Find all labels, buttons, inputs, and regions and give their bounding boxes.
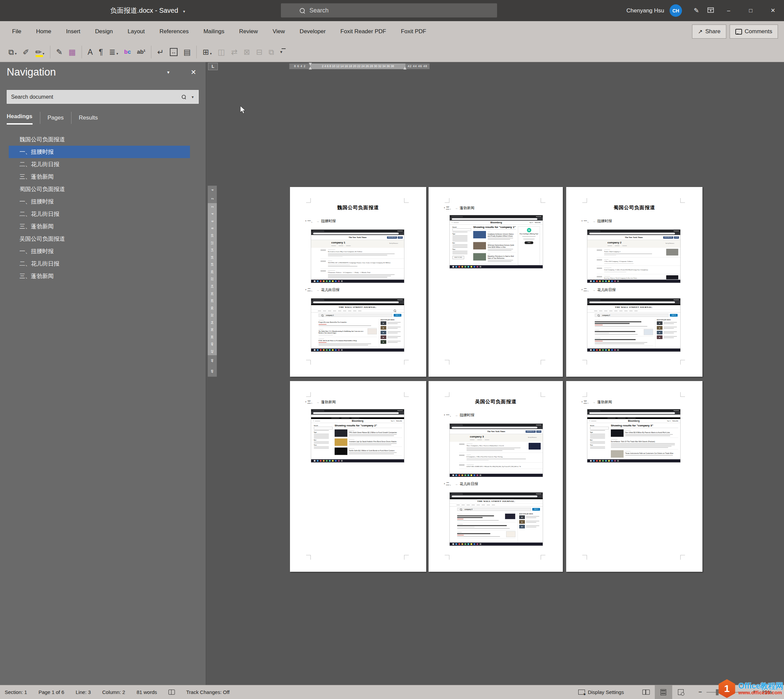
document-page[interactable]: 魏国公司负面报道 ▪一、→扭腰时报 The New York Times SUB…: [290, 187, 426, 377]
ribbon-tab[interactable]: Foxit Reader PDF: [333, 21, 393, 42]
share-button[interactable]: ↗ Share: [692, 25, 726, 39]
ribbon-tab[interactable]: Review: [232, 21, 265, 42]
nav-heading-item[interactable]: 吴国公司负面报道: [9, 233, 190, 245]
document-page[interactable]: 蜀国公司负面报道 ▪一、→扭腰时报 The New York Times SUB…: [566, 187, 703, 377]
paragraph-settings-button[interactable]: ¶: [96, 46, 106, 58]
nav-heading-item[interactable]: 魏国公司负面报道: [9, 133, 190, 146]
document-page[interactable]: 吴国公司负面报道 ▪一、→扭腰时报 The New York Times SUB…: [428, 381, 563, 572]
minimize-button[interactable]: –: [718, 0, 740, 21]
chevron-down-icon: ▾: [210, 52, 212, 55]
tab-headings[interactable]: Headings: [7, 111, 33, 124]
chevron-down-icon[interactable]: ▾: [192, 95, 194, 99]
table-button[interactable]: ⊞▾: [199, 46, 215, 58]
embedded-screenshot-bloomberg: ≡ Bloomberg Sign InSubscribe Search Type…: [587, 409, 681, 463]
wsj-masthead: THE WALL STREET JOURNAL.: [311, 305, 404, 309]
nav-heading-item[interactable]: 一、扭腰时报: [9, 245, 190, 257]
user-name[interactable]: Chenyang Hsu: [627, 7, 664, 14]
display-settings-button[interactable]: Display Settings: [578, 689, 624, 695]
nav-heading-item[interactable]: 一、扭腰时报: [9, 146, 190, 158]
ribbon-tab[interactable]: References: [152, 21, 196, 42]
ribbon-display-options-icon[interactable]: [703, 7, 718, 15]
status-line[interactable]: Line: 3: [76, 689, 91, 695]
numbering-button[interactable]: ≣▾: [106, 46, 121, 58]
footnote-button[interactable]: ab¹: [134, 46, 149, 58]
nav-heading-item[interactable]: 一、扭腰时报: [9, 195, 190, 208]
more-commands-button[interactable]: ▾: [277, 46, 286, 58]
page-width-button[interactable]: ↔: [167, 46, 180, 58]
ribbon-tab[interactable]: File: [5, 21, 28, 42]
nav-heading-item[interactable]: 二、花儿街日报: [9, 158, 190, 171]
share-icon: ↗: [698, 28, 703, 35]
one-page-button[interactable]: ▤: [180, 46, 194, 58]
chevron-down-icon: ▾: [15, 52, 17, 55]
save-button[interactable]: ✎: [53, 46, 65, 58]
nav-heading-item[interactable]: 二、花儿街日报: [9, 257, 190, 270]
proofing-icon[interactable]: [169, 689, 175, 695]
watermark: 1 Office教程网 www.office26.com: [718, 678, 783, 699]
ribbon-tab[interactable]: Home: [28, 21, 58, 42]
paste-button[interactable]: ⧉▾: [5, 46, 20, 58]
nav-heading-item[interactable]: 三、蓬勃新闻: [9, 270, 190, 282]
headline: FTSE 100 Treads Water as Persimmon Homeb…: [319, 340, 377, 342]
ribbon-tab[interactable]: Mailings: [196, 21, 232, 42]
document-page[interactable]: ▪三、→蓬勃新闻 ≡ Bloomberg Sign InSubscribe Se…: [290, 381, 426, 572]
nav-heading-item[interactable]: 二、花儿街日报: [9, 208, 190, 220]
document-search-input[interactable]: Search document ▾: [7, 90, 198, 104]
format-painter-button[interactable]: ✐: [20, 46, 32, 58]
display-settings-icon: [578, 690, 585, 695]
browser-urlbar: [311, 232, 404, 235]
maximize-button[interactable]: □: [740, 0, 762, 21]
document-page[interactable]: ▪三、→蓬勃新闻 ≡ Bloomberg Sign InSubscribe Se…: [566, 381, 703, 572]
close-icon[interactable]: ✕: [191, 68, 196, 76]
ribbon-tab[interactable]: Foxit PDF: [393, 21, 433, 42]
page-title: 吴国公司负面报道: [428, 399, 563, 405]
status-word-count[interactable]: 81 words: [137, 689, 157, 695]
read-mode-button[interactable]: [637, 685, 655, 699]
tab-results[interactable]: Results: [79, 113, 98, 123]
print-layout-button[interactable]: [655, 685, 672, 699]
doc-heading: ▪一、→扭腰时报: [582, 219, 612, 224]
navigation-options-icon[interactable]: ▾: [167, 70, 169, 75]
headings-list: 魏国公司负面报道一、扭腰时报二、花儿街日报三、蓬勃新闻蜀国公司负面报道一、扭腰时…: [0, 133, 206, 282]
table-copy-icon: ⧉: [268, 48, 274, 56]
tab-selector[interactable]: L: [208, 63, 218, 70]
wrap-text-button[interactable]: ↵: [154, 46, 167, 58]
ribbon-tab[interactable]: Design: [88, 21, 120, 42]
phonetic-guide-button[interactable]: bc: [121, 46, 134, 58]
ribbon-tab[interactable]: Developer: [292, 21, 333, 42]
toolbar-separator: [151, 46, 151, 58]
headline: Son Gifted $3.8 Billion By Parents Wants…: [625, 431, 678, 434]
document-title[interactable]: 负面报道.docx - Saved ▾: [77, 0, 218, 21]
font-dialog-button[interactable]: A: [84, 46, 96, 58]
web-layout-button[interactable]: [672, 685, 690, 699]
avatar[interactable]: CH: [670, 4, 682, 17]
ribbon-tab[interactable]: Layout: [120, 21, 152, 42]
insert-picture-button[interactable]: ▦: [65, 46, 79, 58]
zoom-out-button[interactable]: −: [698, 689, 702, 696]
status-column[interactable]: Column: 2: [103, 689, 125, 695]
tab-pages[interactable]: Pages: [48, 113, 64, 123]
nav-heading-item[interactable]: 三、蓬勃新闻: [9, 220, 190, 233]
nav-heading-item[interactable]: 三、蓬勃新闻: [9, 171, 190, 183]
status-track-changes[interactable]: Track Changes: Off: [186, 689, 230, 695]
ink-icon[interactable]: ✎: [689, 7, 703, 15]
results-line: Showing results for "company 2": [335, 424, 402, 428]
ribbon-tab[interactable]: View: [265, 21, 292, 42]
chevron-down-icon[interactable]: ▾: [183, 9, 185, 14]
document-page[interactable]: ▪三、→蓬勃新闻 ≡ Bloomberg Sign InSubscribe Se…: [428, 187, 563, 377]
table-icon: ⊞: [202, 48, 209, 56]
nav-heading-item[interactable]: 蜀国公司负面报道: [9, 183, 190, 195]
footnote-icon: ab¹: [137, 48, 146, 56]
comments-button[interactable]: Comments: [729, 25, 778, 39]
text-highlight-button[interactable]: ✏▾: [32, 46, 47, 58]
search-query: [314, 427, 332, 429]
table-insert-icon: ◫: [218, 48, 225, 56]
close-button[interactable]: ✕: [762, 0, 784, 21]
status-page[interactable]: Page 1 of 6: [39, 689, 65, 695]
status-section[interactable]: Section: 1: [5, 689, 27, 695]
format-painter-icon: ✐: [23, 48, 29, 56]
search-box[interactable]: Search: [281, 3, 497, 17]
embedded-screenshot-nyt: The New York Times SUBSCRIBE NOWLOG IN c…: [449, 423, 543, 477]
search-placeholder: Search: [309, 7, 329, 14]
ribbon-tab[interactable]: Insert: [59, 21, 88, 42]
